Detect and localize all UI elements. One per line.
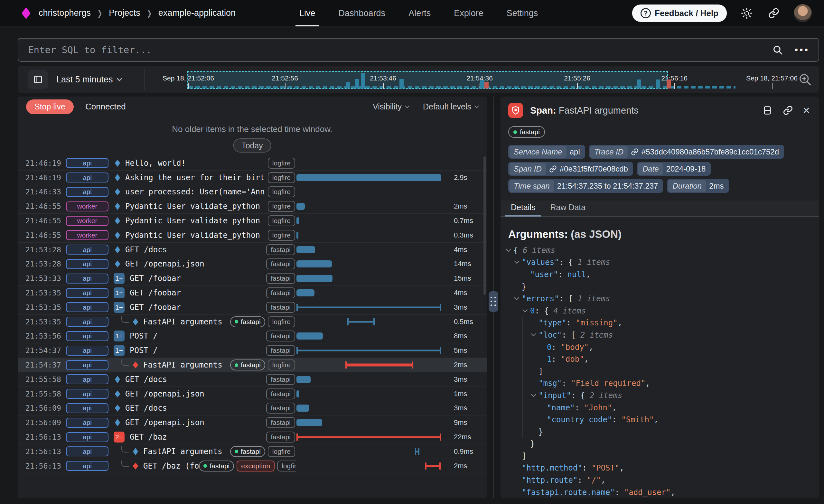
nav-item-explore[interactable]: Explore bbox=[454, 0, 484, 26]
meta-value[interactable]: #53ddc40980a86b57bfe89c1cc01c752d bbox=[629, 147, 784, 157]
tag-fastapi[interactable]: fastapi bbox=[266, 302, 295, 313]
tag-fastapi[interactable]: fastapi bbox=[266, 287, 295, 298]
share-link-icon[interactable] bbox=[767, 6, 781, 20]
tag-exception[interactable]: exception bbox=[236, 461, 275, 472]
tag-logfire[interactable]: logfire bbox=[268, 201, 295, 212]
breadcrumb-item[interactable]: christophergs bbox=[39, 8, 91, 18]
search-icon[interactable] bbox=[770, 43, 785, 57]
table-row[interactable]: 21:56:13apiFastAPI argumentsfastapilogfi… bbox=[18, 444, 487, 459]
table-row[interactable]: 21:56:13apiGET /baz (fofastapiexceptionl… bbox=[18, 459, 487, 474]
service-tag-pill[interactable]: fastapi bbox=[508, 126, 545, 138]
table-row[interactable]: 21:53:35api1+GET /foobarfastapi4ms bbox=[18, 286, 487, 300]
row-duration-label: 2ms bbox=[449, 202, 487, 210]
child-count-badge[interactable]: 2− bbox=[114, 431, 124, 442]
scrollbar-thumb[interactable] bbox=[484, 157, 486, 295]
close-icon[interactable]: ✕ bbox=[803, 105, 810, 116]
tag-fastapi[interactable]: fastapi bbox=[266, 431, 295, 442]
row-main: FastAPI argumentsfastapilogfire bbox=[114, 446, 296, 457]
panel-layout-icon[interactable] bbox=[761, 105, 773, 116]
tag-fastapi[interactable]: fastapi bbox=[266, 417, 295, 428]
today-button[interactable]: Today bbox=[233, 138, 271, 153]
tag-fastapi[interactable]: fastapi bbox=[266, 389, 295, 399]
tag-logfire[interactable]: logfire bbox=[277, 461, 296, 472]
table-row[interactable]: 21:56:09apiGET /openapi.jsonfastapi9ms bbox=[18, 415, 487, 430]
tag-fastapi[interactable]: fastapi bbox=[266, 244, 295, 255]
tag-fastapi[interactable]: fastapi bbox=[230, 316, 265, 327]
tag-fastapi[interactable]: fastapi bbox=[266, 374, 295, 385]
child-count-badge[interactable]: 1+ bbox=[114, 287, 124, 298]
tag-logfire[interactable]: logfire bbox=[268, 172, 295, 183]
avatar[interactable] bbox=[794, 4, 812, 22]
row-service-cell: api bbox=[66, 302, 114, 312]
row-main: 1+GET /foobarfastapi bbox=[114, 273, 296, 284]
tag-logfire[interactable]: logfire bbox=[268, 446, 295, 457]
json-guide bbox=[522, 365, 531, 378]
table-row[interactable]: 21:53:35apiFastAPI argumentsfastapilogfi… bbox=[18, 315, 487, 329]
table-row[interactable]: 21:53:28apiGET /openapi.jsonfastapi14ms bbox=[18, 257, 487, 272]
tag-fastapi[interactable]: fastapi bbox=[266, 403, 295, 414]
child-count-badge[interactable]: 1+ bbox=[114, 273, 124, 284]
table-row[interactable]: 21:54:37apiFastAPI argumentsfastapilogfi… bbox=[18, 358, 487, 372]
copy-link-icon[interactable] bbox=[782, 105, 794, 116]
child-count-badge[interactable]: 1− bbox=[114, 302, 124, 313]
tag-fastapi[interactable]: fastapi bbox=[266, 273, 295, 284]
table-row[interactable]: 21:46:19apiHello, world!logfire bbox=[18, 156, 487, 171]
nav-item-dashboards[interactable]: Dashboards bbox=[339, 0, 386, 26]
row-service-cell: api bbox=[66, 461, 114, 471]
visibility-dropdown[interactable]: Visibility bbox=[373, 102, 409, 111]
nav-item-live[interactable]: Live bbox=[299, 0, 315, 26]
tag-fastapi[interactable]: fastapi bbox=[266, 345, 295, 356]
nav-item-settings[interactable]: Settings bbox=[507, 0, 538, 26]
service-badge-api: api bbox=[66, 274, 108, 284]
sidebar-toggle-button[interactable] bbox=[28, 70, 48, 89]
breadcrumb-item[interactable]: example-application bbox=[159, 8, 236, 18]
json-guide bbox=[506, 474, 514, 486]
table-row[interactable]: 21:56:13api2−GET /bazfastapi22ms bbox=[18, 430, 487, 444]
table-row[interactable]: 21:53:35api1−GET /foobarfastapi3ms bbox=[18, 300, 487, 315]
table-row[interactable]: 21:56:09apiGET /docsfastapi3ms bbox=[18, 401, 487, 416]
child-count-badge[interactable]: 1+ bbox=[114, 330, 124, 341]
tag-fastapi[interactable]: fastapi bbox=[266, 259, 295, 269]
row-timestamp: 21:46:55 bbox=[25, 217, 66, 225]
stop-live-button[interactable]: Stop live bbox=[26, 99, 74, 114]
table-row[interactable]: 21:46:55workerPydantic User validate_pyt… bbox=[18, 214, 487, 228]
child-count-badge[interactable]: 1− bbox=[114, 345, 124, 356]
tag-logfire[interactable]: logfire bbox=[268, 316, 295, 327]
theme-toggle-icon[interactable] bbox=[740, 6, 754, 20]
tag-fastapi[interactable]: fastapi bbox=[199, 461, 234, 472]
tag-logfire[interactable]: logfire bbox=[268, 230, 295, 241]
table-row[interactable]: 21:46:55workerPydantic User validate_pyt… bbox=[18, 199, 487, 214]
table-row[interactable]: 21:54:37api1−POST /fastapi5ms bbox=[18, 343, 487, 358]
timeline-histogram[interactable]: Sep 18, 21:52:0621:52:5621:53:4621:54:36… bbox=[163, 66, 813, 93]
tag-logfire[interactable]: logfire bbox=[268, 360, 295, 371]
tag-fastapi[interactable]: fastapi bbox=[230, 446, 265, 457]
table-row[interactable]: 21:46:33apiuser processed: User(name='An… bbox=[18, 185, 487, 200]
table-row[interactable]: 21:53:56api1+POST /fastapi8ms bbox=[18, 329, 487, 344]
sql-filter-input[interactable] bbox=[18, 44, 770, 56]
feedback-help-button[interactable]: ? Feedback / Help bbox=[632, 4, 727, 22]
tab-details[interactable]: Details bbox=[505, 203, 541, 216]
tag-fastapi[interactable]: fastapi bbox=[230, 360, 265, 371]
breadcrumb-item[interactable]: Projects bbox=[109, 8, 140, 18]
table-row[interactable]: 21:55:58apiGET /openapi.jsonfastapi1ms bbox=[18, 387, 487, 401]
table-row[interactable]: 21:53:33api1+GET /foobarfastapi15ms bbox=[18, 271, 487, 286]
default-levels-dropdown[interactable]: Default levels bbox=[423, 102, 478, 111]
meta-value[interactable]: #0e31f5fd70e08cdb bbox=[547, 165, 633, 174]
table-row[interactable]: 21:46:19apiAsking the user for their bir… bbox=[18, 171, 487, 185]
tag-fastapi[interactable]: fastapi bbox=[266, 330, 295, 341]
tag-logfire[interactable]: logfire bbox=[268, 158, 295, 169]
table-row[interactable]: 21:55:58apiGET /docsfastapi3ms bbox=[18, 372, 487, 387]
time-range-dropdown[interactable]: Last 5 minutes bbox=[56, 66, 121, 93]
timeline-selection[interactable] bbox=[187, 71, 668, 89]
nav-item-alerts[interactable]: Alerts bbox=[408, 0, 431, 26]
panel-resize-handle[interactable] bbox=[489, 291, 498, 312]
row-message: GET /foobar bbox=[130, 303, 181, 312]
table-row[interactable]: 21:46:55workerPydantic User validate_pyt… bbox=[18, 228, 487, 243]
table-row[interactable]: 21:53:28apiGET /docsfastapi4ms bbox=[18, 243, 487, 257]
tag-logfire[interactable]: logfire bbox=[268, 186, 295, 197]
tab-raw-data[interactable]: Raw Data bbox=[544, 203, 591, 216]
more-options-icon[interactable]: ••• bbox=[794, 44, 810, 56]
zoom-in-icon[interactable] bbox=[798, 73, 812, 88]
tag-logfire[interactable]: logfire bbox=[268, 215, 295, 226]
logfire-logo-icon[interactable] bbox=[21, 7, 31, 19]
